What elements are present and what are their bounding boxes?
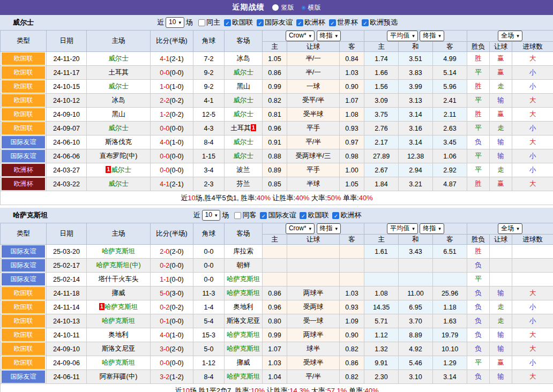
league-filter-checkbox-2-box[interactable]: ✓ [332,212,339,219]
summary-stat-label: 近 [181,194,188,202]
scope-select[interactable]: 全场▾ [498,223,522,234]
result-handicap: 输 [490,135,512,149]
odds-home: 0.96 [263,300,287,314]
odds-home: 0.91 [263,135,287,149]
odds-away: 0.93 [340,300,364,314]
odds-away: 1.09 [340,314,364,328]
same-venue-checkbox[interactable]: 同客 [230,210,256,220]
chevron-down-icon: ▾ [335,226,338,231]
chevron-down-icon: ▾ [178,20,181,25]
result-outcome: 负 [467,328,490,342]
league-filter-checkbox-0[interactable]: ✓欧国联 [220,18,253,27]
away-team: 哈萨克斯坦 [225,287,263,300]
radio-horizontal-option[interactable]: 横版 [302,3,321,12]
odds-time-select[interactable]: 终指▾ [317,31,341,41]
table-row: 欧国联24-09-10黑山1-2(0-2)12-5威尔士0.81受半球1.083… [1,108,553,122]
scope-select[interactable]: 全场▾ [498,31,522,41]
league-filter-checkbox-2[interactable]: ✓欧洲杯 [293,18,325,27]
result-outcome: 胜 [467,177,490,191]
match-date: 25-02-17 [47,259,87,273]
halftime-score: (0-0) [169,167,183,174]
same-venue-checkbox-box[interactable] [198,19,205,26]
avg-time-select[interactable]: 终指▾ [420,223,444,234]
odds-handicap: 一球 [287,80,340,94]
result-outcome: 平 [467,94,490,108]
league-type-cell: 国际友谊 [1,245,47,259]
league-filter-checkbox-2-box[interactable]: ✓ [296,19,303,26]
league-filter-checkbox-1[interactable]: ✓欧国联 [296,210,328,220]
filter-controls: 近10▾场同主✓欧国联✓国际友谊✓欧洲杯✓世界杯✓欧洲预选 [155,17,398,28]
league-filter-checkbox-4-box[interactable]: ✓ [362,19,369,26]
table-row: 国际友谊25-02-14塔什干火车头1-1(0-0)0-0哈萨克斯坦平 [1,273,553,287]
avg-source-select[interactable]: 平均值▾ [387,31,418,41]
league-type-cell: 欧国联 [1,356,47,370]
match-count-select[interactable]: 10▾ [202,210,221,221]
table-row: 欧国联24-09-06哈萨克斯坦0-0(0-0)1-12挪威1.03受球半0.8… [1,356,553,370]
avg-time-select[interactable]: 终指▾ [420,31,444,41]
avg-source-select[interactable]: 平均值▾ [387,223,418,234]
league-filter-checkbox-4[interactable]: ✓欧洲预选 [358,18,398,27]
chevron-down-icon: ▾ [215,213,218,218]
away-team-name: 朝鲜 [237,261,250,269]
result-handicap: 走 [490,122,512,135]
halftime-score: (1-2) [169,373,183,381]
chevron-down-icon: ▾ [517,33,519,39]
fulltime-score: 2-2 [160,97,169,104]
league-filter-checkbox-4-label: 欧洲预选 [370,18,398,27]
odds-home: 0.99 [263,80,287,94]
league-type-cell: 欧国联 [1,52,47,66]
corner-score: 1-15 [193,149,225,163]
odds-source-select[interactable]: Crow*▾ [286,223,315,234]
league-type-cell: 国际友谊 [1,370,47,384]
corner-score: 8-4 [193,135,225,149]
avg-away: 4.87 [433,177,467,191]
league-filter-checkbox-3-box[interactable]: ✓ [329,19,336,26]
col-header-corner: 角球 [193,31,225,52]
odds-time-select[interactable]: 终指▾ [317,223,341,234]
corner-score: 5-4 [193,314,225,328]
away-team: 斯洛文尼亚 [225,314,263,328]
league-filter-checkbox-0-box[interactable]: ✓ [224,19,231,26]
league-filter-checkbox-3[interactable]: ✓世界杯 [325,18,358,27]
fulltime-score: 0-0 [160,359,169,367]
league-type-cell: 国际友谊 [1,273,47,287]
odds-handicap: 半球 [287,177,340,191]
rank-badge: 1 [106,166,111,173]
radio-vertical-option[interactable]: 竖版 [272,3,294,12]
odds-home: 0.85 [263,177,287,191]
league-filter-checkbox-1[interactable]: ✓国际友谊 [253,18,293,27]
odds-home [263,273,287,287]
table-header-row-1: 类型日期主场比分(半场)角球客场Crow*▾ 终指▾平均值▾ 终指▾全场▾ [1,223,553,235]
league-filter-checkbox-1-box[interactable]: ✓ [300,212,307,219]
summary-stat-value: 57.1% [327,387,347,392]
odds-source-select-value: Crow* [289,224,307,232]
col-header-away: 客场 [225,31,263,52]
avg-away: 1.06 [433,149,467,163]
col-header-odds-away: 客 [340,42,364,52]
league-filter-checkbox-0[interactable]: ✓国际友谊 [256,210,296,220]
result-outcome: 胜 [467,52,490,66]
league-filter-checkbox-2[interactable]: ✓欧洲杯 [328,210,361,220]
odds-away: 0.86 [340,356,364,370]
radio-horizontal-label: 横版 [308,3,321,12]
league-filter-checkbox-2-label: 欧洲杯 [304,18,325,27]
match-date: 24-11-18 [47,287,87,300]
corner-score: 0-0 [193,259,225,273]
avg-draw: 3.14 [399,135,433,149]
league-filter-checkbox-1-box[interactable]: ✓ [257,19,264,26]
league-filter-checkbox-0-box[interactable]: ✓ [260,212,267,219]
same-venue-checkbox[interactable]: 同主 [195,18,220,27]
table-row: 欧国联24-11-141哈萨克斯坦0-2(0-2)1-4奥地利0.96受两球0.… [1,300,553,314]
home-team: 威尔士 [87,177,151,191]
same-venue-checkbox-box[interactable] [234,212,241,219]
match-date: 24-11-14 [47,300,87,314]
chevron-down-icon: ▾ [309,33,312,39]
result-outcome: 平 [467,66,490,80]
col-header-odds-home: 主 [263,235,287,245]
matches-label: 场 [186,18,193,27]
odds-source-select[interactable]: Crow*▾ [286,31,315,41]
match-count-select[interactable]: 10▾ [166,17,184,28]
avg-away: 1.63 [433,314,467,328]
avg-away: 25.96 [433,287,467,300]
home-team-name: 阿塞拜疆(中) [100,373,138,380]
